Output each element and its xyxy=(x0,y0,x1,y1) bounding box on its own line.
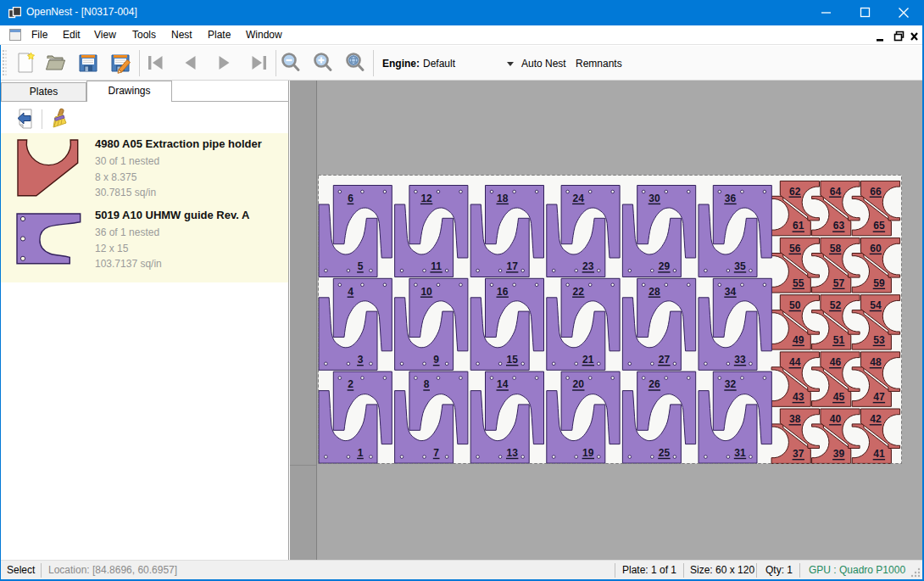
svg-text:6: 6 xyxy=(348,192,353,204)
svg-text:54: 54 xyxy=(870,299,882,310)
svg-text:45: 45 xyxy=(833,390,845,402)
svg-text:22: 22 xyxy=(573,285,585,297)
svg-text:12: 12 xyxy=(420,192,432,204)
svg-text:44: 44 xyxy=(789,356,801,368)
svg-text:63: 63 xyxy=(833,220,845,232)
svg-text:10: 10 xyxy=(420,285,432,297)
svg-text:20: 20 xyxy=(573,378,585,390)
svg-text:51: 51 xyxy=(833,333,845,345)
svg-text:18: 18 xyxy=(497,192,509,204)
svg-text:65: 65 xyxy=(873,220,885,232)
svg-text:21: 21 xyxy=(582,354,594,366)
svg-text:34: 34 xyxy=(725,285,737,297)
svg-text:64: 64 xyxy=(830,185,842,197)
svg-text:46: 46 xyxy=(830,356,842,368)
svg-text:38: 38 xyxy=(789,413,801,425)
svg-text:58: 58 xyxy=(830,242,842,254)
svg-text:42: 42 xyxy=(870,413,882,425)
svg-text:35: 35 xyxy=(734,260,746,272)
svg-text:56: 56 xyxy=(789,242,801,254)
svg-text:66: 66 xyxy=(870,185,882,197)
svg-text:2: 2 xyxy=(348,378,353,390)
svg-text:55: 55 xyxy=(793,277,804,288)
svg-text:26: 26 xyxy=(648,378,660,390)
svg-text:32: 32 xyxy=(725,378,737,390)
svg-text:28: 28 xyxy=(648,285,660,297)
svg-text:60: 60 xyxy=(870,242,882,254)
svg-text:50: 50 xyxy=(789,299,801,310)
svg-text:29: 29 xyxy=(659,260,671,272)
svg-text:62: 62 xyxy=(789,185,801,197)
svg-text:11: 11 xyxy=(431,260,442,272)
svg-text:24: 24 xyxy=(573,192,585,204)
svg-text:40: 40 xyxy=(830,413,842,425)
svg-text:9: 9 xyxy=(433,354,439,366)
svg-text:8: 8 xyxy=(424,378,430,390)
svg-text:59: 59 xyxy=(873,277,885,288)
svg-text:27: 27 xyxy=(659,354,671,366)
svg-text:39: 39 xyxy=(833,448,845,460)
svg-text:43: 43 xyxy=(793,390,804,402)
svg-text:5: 5 xyxy=(358,260,364,272)
svg-text:41: 41 xyxy=(873,448,885,460)
svg-text:47: 47 xyxy=(873,390,885,402)
svg-text:52: 52 xyxy=(830,299,842,310)
svg-text:15: 15 xyxy=(507,354,519,366)
svg-text:31: 31 xyxy=(734,446,746,458)
svg-text:7: 7 xyxy=(433,446,439,458)
svg-text:36: 36 xyxy=(725,192,737,204)
svg-text:4: 4 xyxy=(348,285,353,297)
svg-text:53: 53 xyxy=(873,333,885,345)
svg-text:37: 37 xyxy=(793,448,804,460)
svg-text:17: 17 xyxy=(507,260,519,272)
svg-text:19: 19 xyxy=(582,446,594,458)
svg-text:48: 48 xyxy=(870,356,882,368)
svg-text:33: 33 xyxy=(734,354,746,366)
svg-text:13: 13 xyxy=(507,446,519,458)
svg-text:25: 25 xyxy=(659,446,671,458)
svg-text:57: 57 xyxy=(833,277,845,288)
svg-text:49: 49 xyxy=(793,333,804,345)
svg-text:30: 30 xyxy=(648,192,660,204)
svg-text:14: 14 xyxy=(497,378,509,390)
svg-text:16: 16 xyxy=(497,285,509,297)
svg-text:61: 61 xyxy=(793,220,804,232)
svg-text:23: 23 xyxy=(582,260,594,272)
svg-text:1: 1 xyxy=(358,446,364,458)
svg-text:3: 3 xyxy=(358,354,364,366)
